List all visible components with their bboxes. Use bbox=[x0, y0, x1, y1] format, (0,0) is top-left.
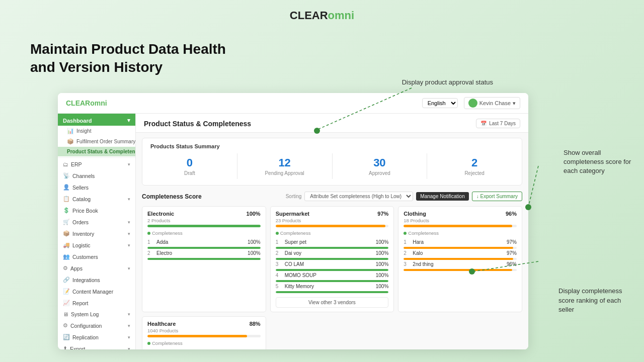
completeness-section: Completeness Score Sorting Attribute Set… bbox=[142, 189, 522, 349]
supermarket-bar bbox=[276, 225, 389, 227]
vendor-row: 32nd thing96% bbox=[404, 260, 517, 268]
status-card-approved: 30 Approved bbox=[333, 153, 428, 179]
app-window: CLEARomni English Kevin Chase ▾ Dashboar… bbox=[58, 93, 528, 349]
electronic-completeness-label: Completeness bbox=[147, 230, 261, 236]
healthcare-bar bbox=[147, 335, 261, 337]
approved-label: Approved bbox=[333, 170, 427, 176]
rejected-number: 2 bbox=[427, 156, 522, 169]
vendor-row: 3CO LAM100% bbox=[276, 260, 389, 268]
clothing-pct: 96% bbox=[506, 211, 517, 217]
electronic-pct: 100% bbox=[247, 211, 261, 217]
view-other-button[interactable]: View other 3 vendors bbox=[276, 297, 389, 308]
calendar-icon: 📅 bbox=[480, 121, 487, 126]
sidebar: Dashboard ▾ 📊Insight 📦Fulfilment Order S… bbox=[58, 114, 136, 349]
sidebar-item-orders[interactable]: 🛒Orders▾ bbox=[58, 216, 135, 228]
date-filter[interactable]: 📅 Last 7 Days bbox=[476, 119, 520, 128]
status-summary-title: Products Status Summary bbox=[142, 143, 522, 153]
electronic-products: 2 Products bbox=[147, 218, 261, 223]
healthcare-products: 1040 Products bbox=[147, 328, 261, 333]
export-icon: ⬆ bbox=[63, 345, 67, 349]
vendor-row: 2Dai voy100% bbox=[276, 249, 389, 257]
app-header-right: English Kevin Chase ▾ bbox=[422, 97, 520, 109]
main-content: Product Status & Completeness 📅 Last 7 D… bbox=[136, 114, 528, 349]
sidebar-item-inventory[interactable]: 📦Inventory▾ bbox=[58, 228, 135, 239]
healthcare-bar-fill bbox=[147, 335, 247, 337]
pending-label: Pending Approval bbox=[237, 170, 332, 176]
page-title: Product Status & Completeness bbox=[144, 120, 251, 128]
sidebar-item-content-manager[interactable]: 📝Content Manager bbox=[58, 286, 135, 297]
sidebar-item-report[interactable]: 📈Report bbox=[58, 297, 135, 309]
category-card-clothing: Clothing 96% 18 Products Completeness 1H… bbox=[398, 206, 522, 312]
sidebar-item-replication[interactable]: 🔄Replication▾ bbox=[58, 331, 135, 343]
healthcare-pct: 88% bbox=[250, 321, 261, 327]
insight-icon: 📊 bbox=[67, 128, 74, 134]
sidebar-item-logistic[interactable]: 🚚Logistic▾ bbox=[58, 239, 135, 251]
sidebar-divider-1 bbox=[58, 157, 135, 158]
fulfilment-icon: 📦 bbox=[67, 138, 74, 145]
erp-icon: 🗂 bbox=[63, 161, 68, 167]
category-card-electronic: Electronic 100% 2 Products Completeness … bbox=[142, 206, 266, 312]
category-grid-bottom: Healthcare 88% 1040 Products Completenes… bbox=[142, 316, 522, 349]
status-card-pending: 12 Pending Approval bbox=[237, 153, 333, 179]
channels-icon: 📡 bbox=[63, 172, 70, 179]
supermarket-products: 23 Products bbox=[276, 218, 389, 223]
clothing-name: Clothing bbox=[404, 211, 426, 217]
draft-number: 0 bbox=[142, 156, 237, 169]
sidebar-item-sellers[interactable]: 👤Sellers bbox=[58, 182, 135, 193]
sidebar-item-system-log[interactable]: 🖥System Log▾ bbox=[58, 309, 135, 320]
sidebar-item-catalog[interactable]: 📋Catalog▾ bbox=[58, 193, 135, 205]
sidebar-item-customers[interactable]: 👥Customers bbox=[58, 251, 135, 262]
placeholder-col2 bbox=[270, 316, 394, 349]
vendor-row: 5Kitty Memory100% bbox=[276, 282, 389, 291]
status-card-draft: 0 Draft bbox=[142, 153, 237, 179]
sidebar-item-fulfilment[interactable]: 📦Fulfilment Order Summary bbox=[58, 136, 135, 147]
sidebar-item-erp[interactable]: 🗂ERP▾ bbox=[58, 159, 135, 170]
rejected-label: Rejected bbox=[427, 170, 522, 176]
systemlog-icon: 🖥 bbox=[63, 311, 68, 317]
vendor-row: 1 Adda 100% bbox=[147, 238, 261, 246]
clothing-bar bbox=[404, 225, 517, 227]
sidebar-dashboard-header[interactable]: Dashboard ▾ bbox=[58, 114, 135, 126]
svg-line-2 bbox=[528, 166, 538, 207]
date-filter-label: Last 7 Days bbox=[489, 121, 516, 126]
sidebar-item-configuration[interactable]: ⚙Configuration▾ bbox=[58, 320, 135, 331]
sidebar-item-channels[interactable]: 📡Channels bbox=[58, 170, 135, 182]
supermarket-bar-fill bbox=[276, 225, 385, 227]
user-avatar bbox=[468, 99, 477, 108]
inventory-icon: 📦 bbox=[63, 230, 70, 237]
electronic-bar bbox=[147, 225, 261, 227]
healthcare-completeness-label: Completeness bbox=[147, 340, 261, 346]
app-logo: CLEARomni bbox=[0, 0, 644, 27]
sidebar-item-export[interactable]: ⬆Export▾ bbox=[58, 343, 135, 349]
status-cards: 0 Draft 12 Pending Approval 30 Approved … bbox=[142, 153, 522, 179]
completeness-title: Completeness Score bbox=[142, 193, 202, 200]
healthcare-name: Healthcare bbox=[147, 321, 176, 327]
orders-icon: 🛒 bbox=[63, 219, 70, 225]
electronic-bar-fill bbox=[147, 225, 261, 227]
sidebar-item-apps[interactable]: ⚙Apps▾ bbox=[58, 262, 135, 274]
export-summary-button[interactable]: ↓ Export Summary bbox=[472, 192, 522, 201]
config-icon: ⚙ bbox=[63, 322, 68, 329]
sellers-icon: 👤 bbox=[63, 184, 70, 191]
sidebar-item-pricebook[interactable]: 💲Price Book bbox=[58, 205, 135, 216]
clothing-bar-fill bbox=[404, 225, 512, 227]
completeness-header: Completeness Score Sorting Attribute Set… bbox=[142, 189, 522, 202]
sidebar-item-insight[interactable]: 📊Insight bbox=[58, 126, 135, 136]
manage-notification-button[interactable]: Manage Notification bbox=[416, 192, 468, 201]
user-name: Kevin Chase bbox=[479, 100, 511, 106]
apps-icon: ⚙ bbox=[63, 265, 68, 272]
approved-number: 30 bbox=[333, 156, 427, 169]
pending-number: 12 bbox=[237, 156, 332, 169]
sidebar-item-integrations[interactable]: 🔗Integrations bbox=[58, 274, 135, 286]
sidebar-item-product-status[interactable]: Product Status & Completeness bbox=[58, 147, 135, 156]
sidebar-dashboard-label: Dashboard bbox=[63, 118, 92, 124]
sorting-controls: Sorting Attribute Set completeness (High… bbox=[286, 192, 522, 201]
language-select[interactable]: English bbox=[422, 98, 458, 108]
content-icon: 📝 bbox=[63, 288, 70, 295]
electronic-name: Electronic bbox=[147, 211, 174, 217]
vendor-row: 1Slimbeauty97% bbox=[147, 348, 261, 349]
sort-select[interactable]: Attribute Set completeness (High to Low) bbox=[304, 192, 413, 201]
clothing-products: 18 Products bbox=[404, 218, 517, 223]
report-icon: 📈 bbox=[63, 300, 70, 306]
supermarket-pct: 97% bbox=[377, 211, 388, 217]
